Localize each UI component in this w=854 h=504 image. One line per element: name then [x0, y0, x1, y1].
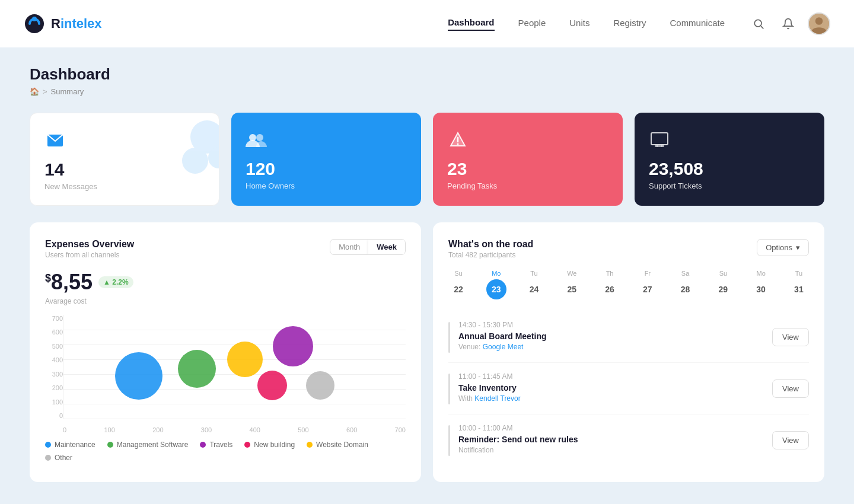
options-button[interactable]: Options ▾: [757, 239, 809, 256]
event-left: 11:00 - 11:45 AM Take Inventory With Ken…: [448, 372, 521, 404]
event-time: 11:00 - 11:45 AM: [458, 372, 521, 381]
day-cell-29[interactable]: Su 29: [713, 270, 733, 299]
expenses-panel: Expenses Overview Users from all channel…: [30, 222, 421, 482]
event-link[interactable]: Kendell Trevor: [474, 394, 520, 403]
bubble-maintenance: [115, 352, 162, 400]
x-axis-labels: 0100200300400500600700: [63, 426, 406, 433]
calendar-panel: What's on the road Total 482 participant…: [433, 222, 824, 482]
view-button-0[interactable]: View: [772, 328, 809, 346]
event-time: 10:00 - 11:00 AM: [458, 424, 578, 432]
svg-point-7: [182, 148, 208, 174]
event-title: Reminder: Send out new rules: [458, 435, 578, 444]
legend-new-building: New building: [244, 441, 295, 449]
event-details: 10:00 - 11:00 AM Reminder: Send out new …: [458, 424, 578, 454]
legend-dot-travels: [200, 442, 206, 448]
event-title: Annual Board Meeting: [458, 331, 547, 341]
tasks-count: 23: [447, 159, 608, 179]
view-button-1[interactable]: View: [772, 379, 809, 398]
day-cell-25[interactable]: We 25: [562, 270, 582, 299]
logo-text: Rintelex: [51, 16, 102, 31]
bubble-website: [306, 371, 334, 400]
messages-label: New Messages: [44, 182, 205, 191]
event-board-meeting: 14:30 - 15:30 PM Annual Board Meeting Ve…: [448, 311, 809, 363]
legend-other: Other: [45, 454, 72, 462]
legend-dot-other: [45, 455, 51, 461]
legend-management: Management Software: [107, 441, 189, 449]
homeowners-label: Home Owners: [246, 181, 407, 190]
expenses-title: Expenses Overview: [45, 239, 134, 250]
event-time: 14:30 - 15:30 PM: [458, 321, 547, 329]
calendar-subtitle: Total 482 participants: [448, 251, 533, 259]
header: Rintelex Dashboard People Units Registry…: [0, 0, 854, 47]
nav-people[interactable]: People: [518, 18, 546, 30]
stat-card-homeowners: 120 Home Owners: [231, 113, 421, 206]
event-bar: [448, 322, 450, 353]
tasks-label: Pending Tasks: [447, 181, 608, 190]
search-icon: [753, 18, 764, 30]
week-row: Su 22 Mo 23 Tu 24 We 25 Th 26: [448, 270, 809, 299]
breadcrumb: 🏠 > Summary: [30, 87, 824, 96]
tasks-icon: [447, 129, 469, 151]
y-axis-labels: 7006005004003002001000: [45, 315, 63, 419]
day-cell-28[interactable]: Sa 28: [675, 270, 696, 299]
legend-travels: Travels: [200, 441, 232, 449]
messages-icon: [44, 130, 66, 151]
event-link[interactable]: Google Meet: [483, 343, 524, 351]
day-cell-24[interactable]: Tu 24: [524, 270, 544, 299]
logo: Rintelex: [24, 13, 102, 34]
chevron-down-icon: ▾: [796, 243, 800, 252]
period-month-button[interactable]: Month: [330, 240, 368, 254]
day-cell-30[interactable]: Mo 30: [751, 270, 771, 299]
svg-point-2: [754, 20, 761, 27]
homeowners-icon: [246, 129, 267, 151]
nav-registry[interactable]: Registry: [613, 18, 646, 30]
day-cell-22[interactable]: Su 22: [448, 270, 469, 299]
event-left: 14:30 - 15:30 PM Annual Board Meeting Ve…: [448, 321, 547, 353]
avatar-image: [809, 12, 829, 35]
main-content: Dashboard 🏠 > Summary 14 New Messages: [0, 47, 854, 500]
day-cell-26[interactable]: Th 26: [600, 270, 620, 299]
logo-icon: [24, 13, 45, 34]
view-button-2[interactable]: View: [772, 431, 809, 449]
day-cell-31[interactable]: Tu 31: [789, 270, 809, 299]
avatar[interactable]: [808, 12, 830, 35]
bubble-other: [273, 326, 313, 366]
tickets-count: 23,508: [649, 159, 810, 179]
event-inventory: 11:00 - 11:45 AM Take Inventory With Ken…: [448, 363, 809, 414]
period-week-button[interactable]: Week: [368, 240, 405, 254]
svg-rect-16: [655, 145, 664, 147]
period-toggle: Month Week: [330, 239, 406, 255]
event-sub: Notification: [458, 446, 578, 454]
legend-dot-management: [107, 442, 113, 448]
stat-card-messages: 14 New Messages: [30, 113, 219, 206]
legend-maintenance: Maintenance: [45, 441, 95, 449]
bubble-travels: [227, 342, 263, 377]
day-cell-23[interactable]: Mo 23: [486, 270, 506, 299]
search-button[interactable]: [748, 14, 769, 34]
legend-dot-maintenance: [45, 442, 51, 448]
event-left: 10:00 - 11:00 AM Reminder: Send out new …: [448, 424, 578, 456]
cost-avg-label: Avarage cost: [45, 297, 406, 305]
breadcrumb-separator: >: [43, 87, 47, 96]
nav-communicate[interactable]: Communicate: [670, 18, 725, 30]
notifications-button[interactable]: [778, 14, 798, 34]
legend-website-domain: Website Domain: [307, 441, 368, 449]
event-details: 14:30 - 15:30 PM Annual Board Meeting Ve…: [458, 321, 547, 351]
legend-dot-website: [307, 442, 313, 448]
bell-icon: [782, 18, 794, 30]
cost-value: $8,55: [45, 270, 93, 295]
svg-point-5: [815, 17, 823, 25]
event-bar: [448, 374, 450, 404]
calendar-title: What's on the road: [448, 239, 533, 250]
event-bar: [448, 425, 450, 456]
nav-units[interactable]: Units: [569, 18, 589, 30]
legend-dot-new-building: [244, 442, 250, 448]
chart-area: [63, 315, 406, 419]
breadcrumb-home: 🏠: [30, 87, 39, 96]
event-sub: With Kendell Trevor: [458, 394, 521, 403]
day-cell-27[interactable]: Fr 27: [638, 270, 658, 299]
nav-dashboard[interactable]: Dashboard: [448, 17, 494, 31]
expenses-header: Expenses Overview Users from all channel…: [45, 239, 406, 259]
bubble-management: [178, 350, 216, 388]
event-details: 11:00 - 11:45 AM Take Inventory With Ken…: [458, 372, 521, 403]
